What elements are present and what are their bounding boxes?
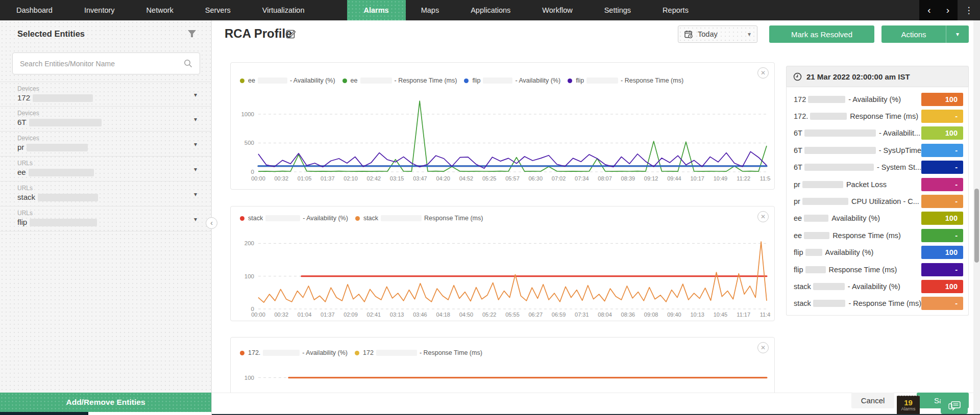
redacted-text [38, 194, 98, 201]
metric-row: eeAvailability (%)100 [787, 210, 968, 227]
redacted-text [483, 77, 512, 84]
y-axis-tick: 1000 [241, 111, 254, 117]
redacted-text [804, 232, 829, 239]
metric-name-prefix: pr [794, 180, 800, 189]
nav-item-virtualization[interactable]: Virtualization [261, 0, 306, 20]
chevron-left-icon[interactable]: ‹ [927, 5, 930, 16]
close-chart-icon[interactable]: ✕ [757, 67, 769, 79]
clock-icon [793, 72, 802, 81]
legend-series-metric: - Availability (%) [303, 215, 348, 222]
y-axis-tick: 100 [244, 375, 254, 381]
actions-button[interactable]: Actions ▾ [881, 25, 969, 43]
add-remove-entities-button[interactable]: Add/Remove Entities [0, 393, 211, 412]
entity-type-label: Devices [17, 85, 211, 92]
x-axis-tick: 09:40 [667, 312, 681, 318]
close-chart-icon[interactable]: ✕ [757, 211, 769, 222]
sidebar-collapse-icon[interactable]: ‹ [206, 217, 217, 229]
redacted-text [33, 94, 93, 102]
nav-item-applications[interactable]: Applications [469, 0, 512, 20]
actions-caret-icon[interactable]: ▾ [946, 31, 969, 38]
nav-item-reports[interactable]: Reports [661, 0, 690, 20]
redacted-text [805, 266, 826, 273]
chart-legend: 172.- Availability (%)172- Response Time… [240, 349, 752, 356]
mark-as-resolved-button[interactable]: Mark as Resolved [769, 25, 874, 43]
legend-item: ee- Response Time (ms) [342, 77, 457, 84]
chevron-down-icon[interactable]: ▾ [194, 141, 197, 148]
search-box [12, 53, 200, 74]
x-axis-tick: 05:25 [482, 175, 497, 181]
redacted-text [30, 219, 97, 226]
legend-series-name: ee [351, 77, 358, 84]
legend-series-name: ee [248, 77, 255, 84]
feedback-chat-button[interactable] [941, 398, 968, 414]
legend-series-name: flip [472, 77, 480, 84]
page-scrollbar[interactable] [973, 20, 980, 415]
entity-name: ee [17, 167, 211, 178]
chart-card-2: ✕stack- Availability (%)stackResponse Ti… [230, 206, 775, 321]
overflow-menu-icon[interactable]: ⋮ [958, 5, 980, 16]
sidebar-entity-urls-flip[interactable]: URLsflip▾ [0, 206, 211, 231]
chevron-down-icon[interactable]: ▾ [194, 166, 197, 173]
metric-value-badge: - [921, 178, 963, 191]
search-input[interactable] [20, 60, 184, 68]
redacted-text [376, 350, 417, 356]
metric-name: eeResponse Time (ms) [794, 231, 921, 240]
sidebar: Selected Entities Devices172▾Devices6T▾D… [0, 20, 212, 415]
x-axis-tick: 11:22 [737, 175, 750, 181]
edit-profile-icon[interactable] [286, 29, 297, 39]
nav-item-dashboard[interactable]: Dashboard [15, 0, 54, 20]
chart-plot: 010020000:0000:3201:0401:3702:0902:4103:… [235, 232, 771, 319]
redacted-text [813, 283, 845, 290]
legend-series-metric: - Availability (%) [290, 77, 335, 84]
x-axis-tick: 00:32 [275, 312, 289, 318]
metric-value-badge: - [921, 229, 963, 242]
redacted-text [360, 77, 392, 84]
cancel-button[interactable]: Cancel [851, 393, 894, 408]
nav-item-maps[interactable]: Maps [420, 0, 440, 20]
sidebar-entity-urls-ee[interactable]: URLsee▾ [0, 157, 211, 181]
x-axis-tick: 00:00 [251, 312, 265, 318]
entity-name-prefix: 6T [17, 117, 27, 128]
legend-dot [464, 79, 469, 83]
calendar-icon [684, 30, 693, 39]
sidebar-entity-devices-172[interactable]: Devices172▾ [0, 82, 211, 107]
filter-icon[interactable] [187, 29, 197, 39]
x-axis-tick: 07:31 [575, 312, 589, 318]
scrollbar-thumb[interactable] [974, 189, 979, 263]
nav-item-servers[interactable]: Servers [204, 0, 232, 20]
nav-item-settings[interactable]: Settings [603, 0, 632, 20]
nav-item-inventory[interactable]: Inventory [83, 0, 116, 20]
nav-item-network[interactable]: Network [145, 0, 175, 20]
legend-series-name: stack [248, 215, 263, 222]
x-axis-tick: 10:17 [690, 175, 704, 181]
date-range-dropdown[interactable]: Today ▾ [678, 25, 757, 43]
sidebar-entity-devices-pr[interactable]: Devicespr▾ [0, 132, 211, 157]
y-axis-tick: 500 [244, 140, 254, 146]
legend-series-metric: - Response Time (ms) [420, 349, 482, 356]
metric-value-badge: - [921, 161, 963, 174]
close-chart-icon[interactable]: ✕ [757, 342, 769, 353]
redacted-text [265, 215, 300, 221]
search-icon [184, 59, 192, 68]
chevron-down-icon[interactable]: ▾ [194, 116, 197, 123]
chevron-down-icon[interactable]: ▾ [194, 191, 197, 198]
sidebar-entity-devices-6t[interactable]: Devices6T▾ [0, 107, 211, 132]
entity-name: stack [17, 192, 211, 203]
metric-value-badge: 100 [921, 212, 963, 225]
chevron-down-icon[interactable]: ▾ [194, 91, 197, 98]
sidebar-entity-urls-stack[interactable]: URLsstack▾ [0, 181, 211, 206]
legend-series-name: stack [363, 215, 378, 222]
chevron-right-icon[interactable]: › [946, 5, 949, 16]
x-axis-tick: 04:18 [436, 312, 450, 318]
x-axis-tick: 09:12 [644, 175, 658, 181]
chevron-down-icon[interactable]: ▾ [194, 216, 197, 223]
top-nav-items: DashboardInventoryNetworkServersVirtuali… [0, 0, 719, 20]
nav-item-alarms[interactable]: Alarms [347, 0, 406, 20]
metric-row: stack- Response Time (ms)- [787, 295, 968, 312]
x-axis-tick: 05:57 [505, 175, 520, 181]
redacted-text [258, 77, 287, 84]
legend-item: 172.- Availability (%) [240, 349, 348, 356]
nav-item-workflow[interactable]: Workflow [541, 0, 574, 20]
metric-name-metric: - Availabilit... [879, 129, 920, 137]
metric-name: 172- Availability (%) [794, 95, 921, 103]
